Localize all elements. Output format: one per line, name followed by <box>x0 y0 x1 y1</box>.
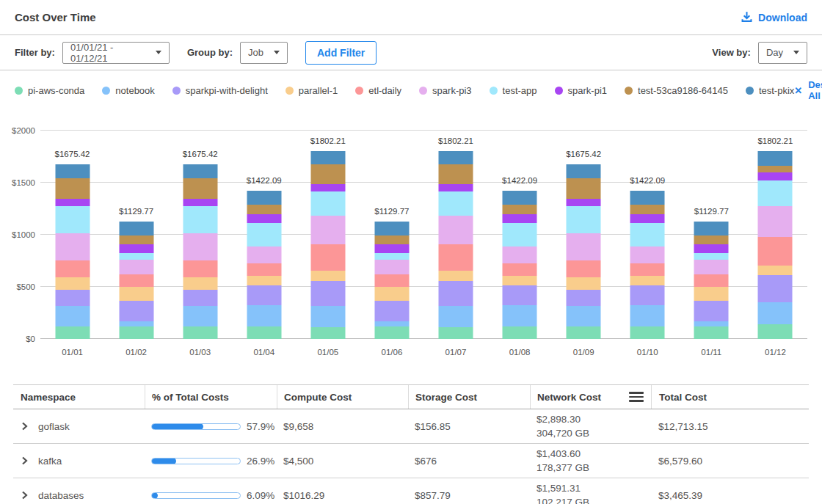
bar-segment-test-53ca9186-64145[interactable] <box>503 205 537 214</box>
bar-segment-spark-pi3[interactable] <box>119 260 153 274</box>
bar-segment-pi-aws-conda[interactable] <box>374 326 409 339</box>
namespace-expand-goflask[interactable]: goflask <box>13 421 145 432</box>
bar-segment-parallel-1[interactable] <box>374 287 409 301</box>
bar-segment-sparkpi-with-delight[interactable] <box>439 281 473 306</box>
bar-segment-test-app[interactable] <box>439 191 473 216</box>
bar-segment-parallel-1[interactable] <box>119 287 153 301</box>
bar-segment-spark-pi1[interactable] <box>503 214 537 223</box>
bar-segment-etl-daily[interactable] <box>503 263 537 276</box>
group-by-select[interactable]: Job <box>240 42 288 64</box>
bar-segment-notebook[interactable] <box>439 306 473 327</box>
bar-segment-test-pkix[interactable] <box>567 164 601 178</box>
bar-segment-sparkpi-with-delight[interactable] <box>247 285 281 305</box>
bar-segment-test-app[interactable] <box>183 206 217 233</box>
bar-segment-sparkpi-with-delight[interactable] <box>630 285 665 305</box>
bar-segment-notebook[interactable] <box>630 305 665 326</box>
bar-segment-pi-aws-conda[interactable] <box>567 326 601 339</box>
bar-segment-etl-daily[interactable] <box>119 274 153 287</box>
bar-segment-spark-pi3[interactable] <box>183 233 217 261</box>
bar-segment-etl-daily[interactable] <box>183 260 217 277</box>
bar-segment-test-pkix[interactable] <box>310 151 345 164</box>
bar-segment-test-pkix[interactable] <box>55 164 90 178</box>
bar-segment-notebook[interactable] <box>758 302 793 325</box>
bar-segment-spark-pi1[interactable] <box>183 199 217 206</box>
legend-item-spark-pi3[interactable]: spark-pi3 <box>419 85 471 96</box>
bar-segment-test-app[interactable] <box>503 223 537 246</box>
bar-segment-test-pkix[interactable] <box>694 222 729 235</box>
bar-segment-spark-pi3[interactable] <box>694 260 729 274</box>
bar-segment-test-pkix[interactable] <box>247 191 281 205</box>
bar-segment-etl-daily[interactable] <box>374 274 409 287</box>
deselect-all-button[interactable]: ✕ Deselect All <box>794 79 822 101</box>
bar-segment-notebook[interactable] <box>310 306 345 327</box>
bar-segment-etl-daily[interactable] <box>758 237 793 266</box>
bar-segment-test-53ca9186-64145[interactable] <box>758 166 793 172</box>
bar-segment-etl-daily[interactable] <box>439 244 473 271</box>
bar-segment-test-53ca9186-64145[interactable] <box>630 205 665 214</box>
bar-segment-test-53ca9186-64145[interactable] <box>439 164 473 184</box>
bar-segment-test-53ca9186-64145[interactable] <box>694 235 729 245</box>
bar-segment-spark-pi1[interactable] <box>758 172 793 180</box>
bar-segment-test-pkix[interactable] <box>630 191 665 205</box>
bar-segment-spark-pi3[interactable] <box>630 246 665 263</box>
bar-segment-sparkpi-with-delight[interactable] <box>119 301 153 321</box>
bar-segment-etl-daily[interactable] <box>310 244 345 271</box>
bar-segment-spark-pi1[interactable] <box>439 184 473 191</box>
bar-segment-notebook[interactable] <box>119 321 153 326</box>
bar-segment-notebook[interactable] <box>694 321 729 326</box>
bar-segment-parallel-1[interactable] <box>758 266 793 276</box>
download-button[interactable]: Download <box>741 10 807 25</box>
bar-segment-test-app[interactable] <box>119 253 153 260</box>
bar-segment-sparkpi-with-delight[interactable] <box>567 290 601 306</box>
bar-segment-pi-aws-conda[interactable] <box>503 326 537 339</box>
bar-segment-spark-pi3[interactable] <box>247 246 281 263</box>
bar-segment-spark-pi1[interactable] <box>567 199 601 206</box>
legend-item-test-app[interactable]: test-app <box>490 85 537 96</box>
bar-segment-sparkpi-with-delight[interactable] <box>758 275 793 302</box>
bar-segment-parallel-1[interactable] <box>503 276 537 285</box>
bar-segment-notebook[interactable] <box>55 306 90 326</box>
bar-segment-test-53ca9186-64145[interactable] <box>119 235 153 245</box>
bar-segment-test-53ca9186-64145[interactable] <box>55 178 90 199</box>
bar-segment-test-app[interactable] <box>247 223 281 246</box>
bar-segment-etl-daily[interactable] <box>694 274 729 287</box>
bar-segment-pi-aws-conda[interactable] <box>758 324 793 339</box>
legend-item-test-53ca9186-64145[interactable]: test-53ca9186-64145 <box>625 85 728 96</box>
bar-segment-pi-aws-conda[interactable] <box>119 326 153 339</box>
bar-segment-test-app[interactable] <box>374 253 409 260</box>
bar-segment-etl-daily[interactable] <box>247 263 281 276</box>
bar-segment-spark-pi1[interactable] <box>374 244 409 253</box>
bar-segment-notebook[interactable] <box>183 306 217 326</box>
bar-segment-pi-aws-conda[interactable] <box>439 327 473 339</box>
bar-segment-spark-pi3[interactable] <box>567 233 601 261</box>
bar-segment-etl-daily[interactable] <box>630 263 665 276</box>
bar-segment-test-pkix[interactable] <box>183 164 217 178</box>
bar-segment-test-pkix[interactable] <box>758 151 793 166</box>
legend-item-spark-pi1[interactable]: spark-pi1 <box>555 85 607 96</box>
legend-item-sparkpi-with-delight[interactable]: sparkpi-with-delight <box>172 85 268 96</box>
bar-segment-spark-pi1[interactable] <box>630 214 665 223</box>
bar-segment-spark-pi3[interactable] <box>55 233 90 261</box>
bar-segment-notebook[interactable] <box>247 305 281 326</box>
bar-segment-spark-pi3[interactable] <box>758 206 793 237</box>
legend-item-etl-daily[interactable]: etl-daily <box>355 85 401 96</box>
bar-segment-sparkpi-with-delight[interactable] <box>55 290 90 306</box>
bar-segment-test-53ca9186-64145[interactable] <box>567 178 601 199</box>
bar-segment-notebook[interactable] <box>567 306 601 326</box>
bar-segment-spark-pi1[interactable] <box>119 244 153 253</box>
bar-segment-test-53ca9186-64145[interactable] <box>183 178 217 199</box>
bar-segment-test-pkix[interactable] <box>439 151 473 164</box>
bar-segment-pi-aws-conda[interactable] <box>310 327 345 339</box>
bar-segment-spark-pi3[interactable] <box>374 260 409 274</box>
bar-segment-sparkpi-with-delight[interactable] <box>310 281 345 306</box>
bar-segment-test-pkix[interactable] <box>119 222 153 235</box>
legend-item-pi-aws-conda[interactable]: pi-aws-conda <box>15 85 84 96</box>
bar-segment-test-app[interactable] <box>758 180 793 206</box>
bar-segment-test-pkix[interactable] <box>374 222 409 235</box>
bar-segment-test-app[interactable] <box>55 206 90 233</box>
bar-segment-spark-pi3[interactable] <box>310 216 345 244</box>
bar-segment-notebook[interactable] <box>374 321 409 326</box>
bar-segment-pi-aws-conda[interactable] <box>183 326 217 339</box>
bar-segment-pi-aws-conda[interactable] <box>630 326 665 339</box>
bar-segment-test-pkix[interactable] <box>503 191 537 205</box>
